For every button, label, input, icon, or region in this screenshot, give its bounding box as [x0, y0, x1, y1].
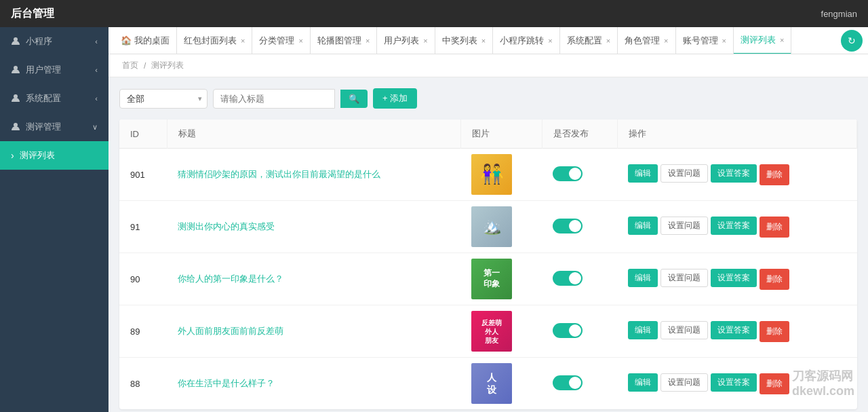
tab-close-survey-list[interactable]: ×	[780, 36, 784, 44]
breadcrumb: 首页 / 测评列表	[108, 54, 868, 77]
cell-actions-3: 编辑 设置问题 设置答案 删除	[617, 305, 856, 358]
sidebar-label-survey-manage: 测评管理	[26, 121, 61, 133]
table-row: 91 测测出你内心的真实感受 🏔️ 编辑 设置问题 设置答案 删除	[119, 201, 857, 253]
table-row: 88 你在生活中是什么样子？ 人 设 编辑 设置问题 设置答案 删除	[119, 358, 857, 410]
cell-id-2: 90	[119, 253, 167, 305]
edit-button-3[interactable]: 编辑	[628, 321, 658, 339]
tab-label-mini-jump: 小程序跳转	[500, 35, 544, 47]
edit-button-1[interactable]: 编辑	[628, 217, 658, 235]
tab-bar: 🏠 我的桌面 红包封面列表 × 分类管理 × 轮播图管理 × 用户列表 × 中奖…	[108, 27, 868, 54]
action-buttons-0: 编辑 设置问题 设置答案 删除	[628, 164, 846, 185]
toggle-published-2[interactable]	[553, 271, 583, 286]
edit-button-0[interactable]: 编辑	[628, 164, 658, 183]
tab-label-prize-list: 中奖列表	[442, 35, 477, 47]
set-answer-button-4[interactable]: 设置答案	[711, 373, 757, 392]
sidebar-item-mini-program[interactable]: 小程序 ‹	[0, 27, 108, 56]
set-question-button-4[interactable]: 设置问题	[660, 373, 708, 392]
add-button[interactable]: + 添加	[373, 88, 417, 109]
refresh-button[interactable]: ↻	[841, 30, 863, 52]
sidebar-item-survey-list[interactable]: › 测评列表	[0, 141, 108, 170]
cell-title-1: 测测出你内心的真实感受	[167, 201, 460, 253]
tab-banner-manage[interactable]: 轮播图管理 ×	[311, 27, 377, 54]
set-question-button-2[interactable]: 设置问题	[660, 269, 708, 287]
cell-actions-0: 编辑 设置问题 设置答案 删除	[617, 149, 856, 201]
tab-close-account-manage[interactable]: ×	[722, 37, 726, 45]
sidebar-label-mini-program: 小程序	[26, 35, 52, 48]
search-input[interactable]	[213, 89, 335, 109]
toolbar: 全部 已发布 未发布 ▾ 🔍 + 添加	[119, 88, 857, 109]
sidebar-item-user-manage[interactable]: 用户管理 ‹	[0, 56, 108, 84]
cell-image-3: 反差萌 外人 朋友	[460, 305, 542, 358]
sidebar-item-survey-manage[interactable]: 测评管理 ∨	[0, 113, 108, 141]
tab-close-prize-list[interactable]: ×	[481, 37, 486, 45]
tab-label-role-manage: 角色管理	[625, 35, 660, 47]
edit-button-2[interactable]: 编辑	[628, 269, 658, 287]
delete-button-0[interactable]: 删除	[760, 164, 789, 185]
cell-image-2: 第一 印象	[460, 253, 542, 305]
tab-account-manage[interactable]: 账号管理 ×	[676, 27, 734, 54]
cell-title-0: 猜测情侣吵架的原因，测试出你目前最渴望的是什么	[167, 149, 460, 201]
toggle-published-3[interactable]	[553, 323, 583, 338]
tab-close-user-list[interactable]: ×	[423, 37, 427, 45]
set-answer-button-1[interactable]: 设置答案	[711, 217, 757, 235]
cell-published-2	[542, 253, 617, 305]
col-image: 图片	[460, 119, 542, 149]
tab-close-red-envelope[interactable]: ×	[241, 37, 245, 45]
tab-close-role-manage[interactable]: ×	[664, 37, 668, 45]
tab-my-desk[interactable]: 🏠 我的桌面	[114, 27, 177, 54]
tab-label-user-list: 用户列表	[384, 35, 419, 47]
cell-published-0	[542, 149, 617, 201]
set-question-button-1[interactable]: 设置问题	[660, 217, 708, 235]
category-select[interactable]: 全部 已发布 未发布	[119, 89, 208, 109]
set-answer-button-2[interactable]: 设置答案	[711, 269, 757, 287]
tab-close-banner[interactable]: ×	[366, 37, 370, 45]
action-row1-1: 编辑 设置问题 设置答案	[628, 217, 757, 235]
set-answer-button-3[interactable]: 设置答案	[711, 321, 757, 339]
tab-role-manage[interactable]: 角色管理 ×	[618, 27, 675, 54]
delete-button-3[interactable]: 删除	[760, 321, 789, 342]
search-button[interactable]: 🔍	[340, 90, 368, 108]
set-question-button-0[interactable]: 设置问题	[660, 164, 708, 183]
main-content: 🏠 我的桌面 红包封面列表 × 分类管理 × 轮播图管理 × 用户列表 × 中奖…	[108, 27, 868, 412]
cell-image-1: 🏔️	[460, 201, 542, 253]
action-row1-4: 编辑 设置问题 设置答案	[628, 373, 757, 392]
tab-prize-list[interactable]: 中奖列表 ×	[435, 27, 493, 54]
tab-close-category[interactable]: ×	[298, 37, 302, 45]
edit-button-4[interactable]: 编辑	[628, 373, 658, 392]
app-title: 后台管理	[11, 7, 54, 21]
delete-button-4[interactable]: 删除	[760, 373, 789, 394]
sidebar-item-sys-config[interactable]: 系统配置 ‹	[0, 84, 108, 113]
user-icon	[11, 36, 20, 48]
page-body: 全部 已发布 未发布 ▾ 🔍 + 添加 ID 标题 图片 是	[108, 77, 868, 412]
tab-mini-jump[interactable]: 小程序跳转 ×	[493, 27, 559, 54]
set-question-button-3[interactable]: 设置问题	[660, 321, 708, 339]
cell-image-0: 👫	[460, 149, 542, 201]
survey-table: ID 标题 图片 是否发布 操作 901 猜测情侣吵架的原因，测试出你目前最渴望…	[119, 119, 857, 409]
set-answer-button-0[interactable]: 设置答案	[711, 164, 757, 183]
col-title: 标题	[167, 119, 460, 149]
tab-close-sys-config[interactable]: ×	[606, 37, 610, 45]
action-row2-4: 删除	[760, 373, 789, 394]
toggle-published-4[interactable]	[553, 375, 583, 390]
action-row2-0: 删除	[760, 164, 789, 185]
tab-red-envelope[interactable]: 红包封面列表 ×	[177, 27, 252, 54]
table-row: 89 外人面前朋友面前前反差萌 反差萌 外人 朋友 编辑 设置问题 设置答案 删…	[119, 305, 857, 358]
cell-title-3: 外人面前朋友面前前反差萌	[167, 305, 460, 358]
breadcrumb-home[interactable]: 首页	[122, 60, 138, 71]
delete-button-1[interactable]: 删除	[760, 217, 789, 238]
toggle-published-0[interactable]	[553, 166, 583, 181]
toggle-published-1[interactable]	[553, 219, 583, 233]
sidebar: 小程序 ‹ 用户管理 ‹ 系统配置 ‹ 测评管理 ∨ › 测评列表	[0, 27, 108, 412]
user-label: fengmian	[821, 9, 857, 19]
tab-sys-config[interactable]: 系统配置 ×	[560, 27, 618, 54]
tab-user-list[interactable]: 用户列表 ×	[377, 27, 435, 54]
cell-id-0: 901	[119, 149, 167, 201]
action-row1-0: 编辑 设置问题 设置答案	[628, 164, 757, 183]
delete-button-2[interactable]: 删除	[760, 269, 789, 290]
action-buttons-1: 编辑 设置问题 设置答案 删除	[628, 217, 846, 238]
cell-published-3	[542, 305, 617, 358]
tab-category-manage[interactable]: 分类管理 ×	[252, 27, 310, 54]
tab-survey-list[interactable]: 测评列表 ×	[734, 27, 791, 54]
tab-close-mini-jump[interactable]: ×	[548, 37, 552, 45]
category-select-wrap: 全部 已发布 未发布 ▾	[119, 89, 208, 109]
